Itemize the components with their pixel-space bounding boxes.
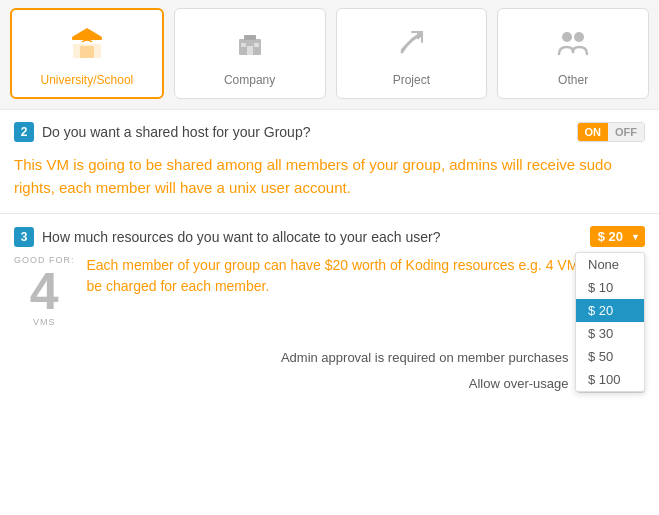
card-university[interactable]: University/School [10,8,164,99]
good-for-number: 4 [30,265,59,317]
resource-select-display[interactable]: $ 20 [590,226,645,247]
card-other[interactable]: Other [497,8,649,99]
dd-item-10[interactable]: $ 10 [576,276,644,299]
dd-item-20[interactable]: $ 20 [576,299,644,322]
section-2: 2 Do you want a shared host for your Gro… [0,109,659,213]
svg-point-2 [83,30,91,38]
card-company-label: Company [224,73,275,87]
section-2-header-left: 2 Do you want a shared host for your Gro… [14,122,310,142]
card-project-label: Project [393,73,430,87]
good-for-box: GOOD FOR: 4 VMs [14,255,75,327]
section-2-title: Do you want a shared host for your Group… [42,124,310,140]
section-2-header: 2 Do you want a shared host for your Gro… [14,122,645,142]
section-3-number: 3 [14,227,34,247]
section-2-toggle-on[interactable]: ON [578,123,609,141]
resource-dropdown-list: None $ 10 $ 20 $ 30 $ 50 $ 100 [575,252,645,392]
section-3-header-left: 3 How much resources do you want to allo… [14,227,440,247]
svg-rect-1 [80,46,94,58]
svg-rect-8 [254,43,259,47]
section-3-description: Each member of your group can have $20 w… [87,255,646,297]
svg-rect-7 [241,43,246,47]
svg-rect-6 [247,46,253,55]
section-3-desc-part1: Each member of your group can have $20 w… [87,257,594,273]
svg-point-11 [574,32,584,42]
dd-item-none[interactable]: None [576,253,644,276]
admin-approval-label: Admin approval is required on member pur… [281,350,569,365]
dd-item-100[interactable]: $ 100 [576,368,644,391]
card-company[interactable]: Company [174,8,326,99]
resource-select-wrapper[interactable]: $ 20 [590,226,645,247]
dd-item-30[interactable]: $ 30 [576,322,644,345]
other-icon [554,24,592,67]
section-2-toggle-off[interactable]: OFF [608,123,644,141]
section-2-number: 2 [14,122,34,142]
section-2-toggle[interactable]: ON OFF [577,122,646,142]
good-for-unit: VMs [33,317,56,327]
section-3-header: 3 How much resources do you want to allo… [14,226,645,247]
section-3-content: GOOD FOR: 4 VMs Each member of your grou… [14,255,645,327]
section-2-description: This VM is going to be shared among all … [14,150,645,201]
bottom-toggles: Admin approval is required on member pur… [0,339,659,399]
company-icon [231,24,269,67]
card-university-label: University/School [41,73,134,87]
svg-rect-5 [244,35,256,40]
section-3: 3 How much resources do you want to allo… [0,213,659,339]
card-other-label: Other [558,73,588,87]
dd-item-50[interactable]: $ 50 [576,345,644,368]
card-project[interactable]: Project [336,8,488,99]
section-3-title: How much resources do you want to alloca… [42,229,440,245]
svg-point-10 [562,32,572,42]
card-row: University/School Company Project [0,0,659,109]
project-icon [392,24,430,67]
allow-overusage-label: Allow over-usage [469,376,569,391]
university-icon [68,24,106,67]
resource-dropdown-container: $ 20 None $ 10 $ 20 $ 30 $ 50 $ 100 [590,226,645,247]
